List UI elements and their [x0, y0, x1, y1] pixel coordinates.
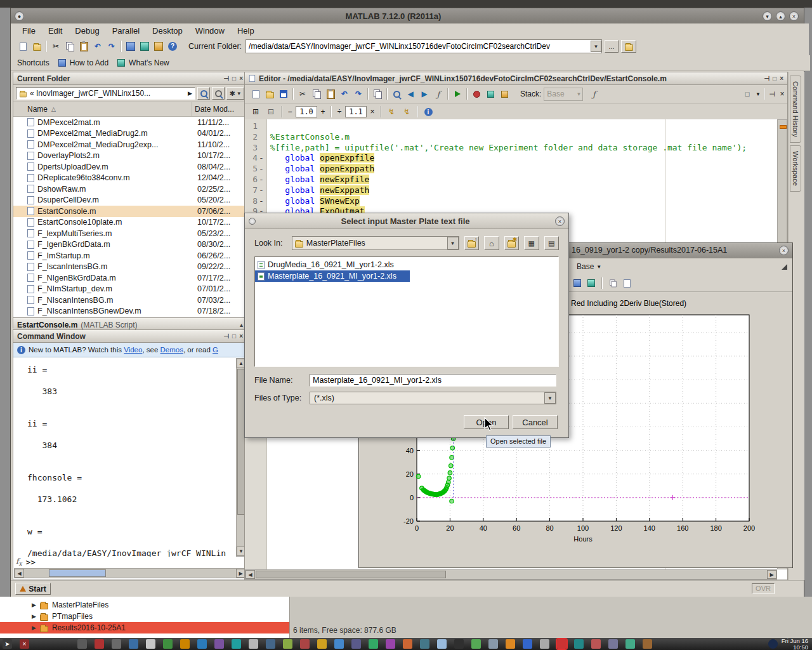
scroll-left-icon[interactable]: ◀ — [15, 569, 24, 578]
go-back-button[interactable]: ◀ — [403, 87, 417, 101]
taskbar-app-icon[interactable] — [300, 639, 310, 649]
file-row[interactable]: EstartConsole10plate.m10/17/2... — [13, 217, 247, 229]
taskbar-app-icon[interactable] — [163, 639, 173, 649]
menu-help[interactable]: Help — [231, 26, 261, 36]
figure-close-button[interactable]: × — [779, 246, 789, 255]
look-in-combobox[interactable]: MasterPlateFiles ▼ — [292, 236, 459, 250]
file-row[interactable]: F_IscanIntensBG.m09/22/2... — [13, 262, 247, 273]
cell-divider-button[interactable]: ⊟ — [264, 105, 278, 119]
new-folder-button[interactable]: ✱ — [504, 236, 519, 250]
dialog-file-list[interactable]: DrugMedia_16_0921_MI_yor1-2.xlsMasterpla… — [254, 256, 559, 367]
info-link[interactable]: Demos — [160, 346, 183, 354]
cut-button[interactable]: ✂ — [49, 39, 63, 53]
tree-item[interactable]: ▶MasterPlateFiles — [0, 599, 289, 611]
taskbar-app-icon[interactable] — [95, 639, 104, 649]
scrollbar-thumb[interactable] — [49, 569, 106, 577]
dialog-file-row[interactable]: DrugMedia_16_0921_MI_yor1-2.xls — [255, 259, 558, 270]
figure-stack-value[interactable]: Base — [577, 262, 594, 271]
dialog-file-row[interactable]: Masterplate_16_0921_MI_yor1-2.xls — [255, 270, 410, 282]
page-button[interactable] — [607, 277, 619, 289]
redo-button[interactable]: ↷ — [105, 39, 119, 53]
simulink-button[interactable] — [124, 39, 138, 53]
file-row[interactable]: F_ImStartup.m06/26/2... — [13, 250, 247, 262]
expand-arrow-icon[interactable]: ▶ — [32, 625, 36, 631]
taskbar-app-icon[interactable] — [420, 639, 429, 649]
page-2-button[interactable] — [621, 277, 632, 289]
home-button[interactable]: ⌂ — [484, 236, 499, 250]
taskbar-app-icon[interactable] — [625, 639, 635, 649]
taskbar-app-icon[interactable] — [403, 639, 412, 649]
code-line[interactable]: 8- global SWnewExp — [245, 196, 777, 207]
taskbar-app-icon[interactable] — [112, 639, 121, 649]
function-hints-button[interactable]: ƒ — [431, 87, 445, 101]
profiler-button[interactable] — [152, 39, 166, 53]
taskbar-app-icon[interactable] — [197, 639, 207, 649]
find-files-button[interactable] — [212, 87, 225, 100]
expand-arrow-icon[interactable]: ▶ — [32, 613, 36, 620]
taskbar-app-icon[interactable] — [591, 639, 601, 649]
taskbar-app-icon[interactable] — [369, 639, 378, 649]
breadcrumb[interactable]: « InovImager_jwrCF_WINLinx150... ▶ — [16, 87, 195, 100]
maximize-button[interactable]: ▴ — [776, 11, 785, 21]
taskbar-app-icon[interactable] — [214, 639, 224, 649]
restore-icon[interactable]: □ — [232, 333, 236, 340]
taskbar-app-icon[interactable] — [608, 639, 618, 649]
actions-button[interactable]: ✱▼ — [226, 87, 244, 100]
find-button[interactable] — [390, 87, 403, 101]
info-link[interactable]: G — [213, 346, 218, 354]
menu-window[interactable]: Window — [189, 26, 231, 36]
taskbar-app-icon[interactable] — [557, 639, 566, 649]
file-row[interactable]: F_IgenBkGrdData.m08/30/2... — [13, 239, 247, 251]
grid-view-button[interactable]: ▦ — [524, 236, 539, 250]
file-row[interactable]: DMPexcel2mat_MediaDrug2.m04/01/2... — [13, 128, 247, 140]
open-button[interactable] — [263, 87, 277, 101]
taskbar-app-icon[interactable] — [506, 639, 515, 649]
dock-icon[interactable]: ⊣ — [223, 75, 229, 82]
moon-icon[interactable] — [768, 639, 778, 649]
resize-corner-icon[interactable] — [782, 264, 787, 270]
current-folder-path-input[interactable] — [246, 42, 591, 51]
taskbar-app-icon[interactable] — [317, 639, 327, 649]
command-output[interactable]: ii = 383 ii = 384 fhconsole = 173.1062 w… — [13, 358, 235, 557]
close-panel-icon[interactable]: × — [780, 75, 783, 82]
file-row[interactable]: F_NIgenBkGrdData.m07/17/2... — [13, 272, 247, 284]
shortcut-whats-new[interactable]: What's New — [129, 58, 169, 67]
detail-view-button[interactable]: ▤ — [544, 236, 559, 250]
menu-desktop[interactable]: Desktop — [146, 26, 189, 36]
taskbar-app-icon[interactable] — [232, 639, 241, 649]
collapse-details-icon[interactable]: ▴ — [240, 321, 243, 328]
close-panel-icon[interactable]: × — [239, 75, 243, 82]
taskbar-app-icon[interactable] — [249, 639, 258, 649]
new-file-button[interactable] — [16, 39, 30, 53]
open-file-button[interactable] — [30, 39, 44, 53]
taskbar-app-icon[interactable] — [351, 639, 361, 649]
insert-cell-button[interactable]: ⊞ — [249, 105, 263, 119]
multiply-value-button[interactable]: × — [368, 105, 377, 119]
divide-value-button[interactable]: ÷ — [335, 105, 344, 119]
copy-button[interactable] — [310, 87, 324, 101]
step-in-button[interactable] — [497, 87, 511, 101]
go-forward-button[interactable]: ▶ — [417, 87, 431, 101]
menu-file[interactable]: File — [16, 26, 42, 36]
close-panel-icon[interactable]: × — [239, 333, 243, 340]
code-line[interactable]: 3 %[file,path] = uiputfile('.mat','Creat… — [245, 143, 777, 154]
current-folder-combobox[interactable]: ▼ — [246, 39, 602, 53]
taskbar-app-icon[interactable] — [523, 639, 532, 649]
eval-advance-button[interactable]: ↯ — [400, 105, 414, 119]
prompt-row[interactable]: fx >> — [16, 557, 36, 567]
taskbar-app-icon[interactable] — [488, 639, 498, 649]
save-button[interactable] — [277, 87, 291, 101]
undo-button[interactable]: ↶ — [337, 87, 351, 101]
cell-value-1[interactable]: 1.0 — [296, 106, 317, 117]
stack-combobox[interactable]: Base ▼ — [544, 88, 583, 101]
table-view-2-button[interactable] — [586, 277, 597, 289]
dialog-titlebar[interactable]: Select input Master Plate text file × — [245, 213, 568, 229]
warning-marker-icon[interactable] — [780, 125, 787, 129]
command-window-header[interactable]: Command Window ⊣ □ × — [13, 330, 247, 343]
editor-layout-button[interactable]: □ — [740, 87, 754, 101]
dialog-close-button[interactable]: × — [555, 216, 565, 226]
pointer-icon[interactable]: ➤ — [3, 639, 12, 649]
taskbar-app-icon[interactable] — [471, 639, 481, 649]
scroll-right-icon[interactable]: ▶ — [767, 570, 776, 579]
sort-ascending-icon[interactable]: △ — [51, 106, 56, 112]
